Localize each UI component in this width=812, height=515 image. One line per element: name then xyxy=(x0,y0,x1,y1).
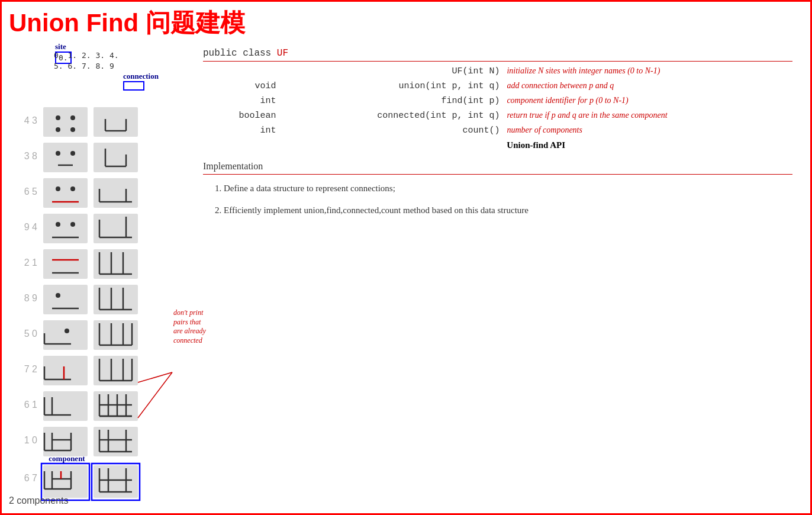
api-method-3: connected(int p, int q) xyxy=(279,108,503,123)
svg-point-25 xyxy=(70,186,75,191)
api-method-0: UF(int N) xyxy=(279,64,503,79)
svg-rect-21 xyxy=(43,178,88,208)
impl-divider xyxy=(203,174,792,175)
api-table: UF(int N) initialize N sites with intege… xyxy=(203,64,792,153)
api-title-row: Union-find API xyxy=(203,138,792,153)
svg-text:8 9: 8 9 xyxy=(24,293,37,303)
svg-point-33 xyxy=(56,222,60,227)
svg-point-34 xyxy=(70,222,75,227)
svg-rect-49 xyxy=(43,285,88,314)
svg-text:6 7: 6 7 xyxy=(24,473,37,483)
api-return-4: int xyxy=(203,123,279,138)
connection-label: connection xyxy=(123,72,159,81)
public-class-text: public class xyxy=(203,48,271,59)
api-row-4: int count() number of components xyxy=(203,123,792,138)
api-return-1: void xyxy=(203,79,279,94)
impl-item-0: 1. Define a data structure to represent … xyxy=(215,182,792,195)
svg-point-6 xyxy=(70,127,75,132)
svg-text:4 3: 4 3 xyxy=(24,115,37,125)
svg-text:6 5: 6 5 xyxy=(24,186,37,197)
api-section: public class UF UF(int N) initialize N s… xyxy=(203,48,792,153)
bottom-label: 2 components xyxy=(9,495,69,506)
impl-title: Implementation xyxy=(203,161,792,172)
api-desc-1: add connection between p and q xyxy=(503,79,792,94)
api-desc-3: return true if p and q are in the same c… xyxy=(503,108,792,123)
svg-text:6 1: 6 1 xyxy=(24,400,37,410)
svg-text:1 0: 1 0 xyxy=(24,435,37,445)
svg-point-62 xyxy=(65,329,69,333)
svg-rect-12 xyxy=(94,143,138,172)
api-method-4: count() xyxy=(279,123,503,138)
svg-text:7 2: 7 2 xyxy=(24,364,37,374)
api-return-3: boolean xyxy=(203,108,279,123)
dots-grid: 0. 1. 2. 3. 4. 5. 6. 7. 8. 9 xyxy=(54,50,119,72)
svg-rect-69 xyxy=(43,356,88,385)
svg-rect-58 xyxy=(43,320,88,350)
impl-item-1: 2. Efficiently implement union,find,conn… xyxy=(215,204,792,217)
api-divider xyxy=(203,61,792,62)
pairs-svg: 4 3 3 8 6 5 xyxy=(8,101,191,515)
svg-rect-93 xyxy=(43,427,88,456)
api-desc-0: initialize N sites with integer names (0… xyxy=(503,64,792,79)
svg-point-3 xyxy=(56,115,60,120)
svg-rect-11 xyxy=(43,143,88,172)
impl-list: 1. Define a data structure to represent … xyxy=(203,182,792,217)
svg-text:3 8: 3 8 xyxy=(24,151,37,161)
svg-rect-1 xyxy=(43,107,88,137)
svg-point-52 xyxy=(56,293,60,298)
svg-rect-30 xyxy=(43,214,88,243)
svg-rect-2 xyxy=(94,107,138,137)
api-return-0 xyxy=(203,64,279,79)
svg-text:2 1: 2 1 xyxy=(24,258,37,268)
svg-rect-40 xyxy=(43,249,88,279)
api-row-3: boolean connected(int p, int q) return t… xyxy=(203,108,792,123)
svg-point-13 xyxy=(56,151,60,156)
class-name: UF xyxy=(277,48,288,59)
api-desc-4: number of components xyxy=(503,123,792,138)
svg-point-5 xyxy=(56,127,60,132)
svg-text:component: component xyxy=(49,454,85,463)
svg-point-4 xyxy=(70,115,75,120)
api-method-2: find(int p) xyxy=(279,94,503,108)
svg-rect-106 xyxy=(43,465,88,498)
svg-text:9 4: 9 4 xyxy=(24,222,37,232)
api-row-0: UF(int N) initialize N sites with intege… xyxy=(203,64,792,79)
svg-rect-80 xyxy=(43,391,88,421)
svg-point-24 xyxy=(56,186,60,191)
dont-print-label: don't print pairs that are already conne… xyxy=(173,308,233,345)
api-row-1: void union(int p, int q) add connection … xyxy=(203,79,792,94)
connection-box xyxy=(123,81,144,91)
api-row-2: int find(int p) component identifier for… xyxy=(203,94,792,108)
api-return-2: int xyxy=(203,94,279,108)
svg-text:5 0: 5 0 xyxy=(24,329,37,339)
svg-point-14 xyxy=(70,151,75,156)
page-title: Union Find 问题建模 xyxy=(2,2,810,42)
api-title: Union-find API xyxy=(279,138,792,153)
impl-section: Implementation 1. Define a data structur… xyxy=(203,161,792,217)
api-method-1: union(int p, int q) xyxy=(279,79,503,94)
api-desc-2: component identifier for p (0 to N-1) xyxy=(503,94,792,108)
svg-line-123 xyxy=(138,372,172,418)
svg-line-122 xyxy=(138,372,172,382)
